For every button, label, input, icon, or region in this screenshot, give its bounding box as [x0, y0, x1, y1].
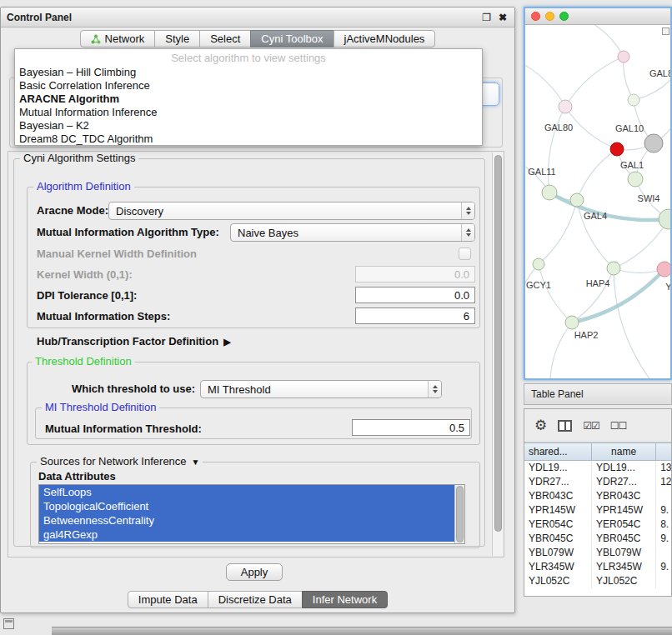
apply-button[interactable]: Apply — [226, 563, 283, 581]
dpi-tolerance-label: DPI Tolerance [0,1]: — [37, 289, 137, 302]
network-node[interactable] — [607, 262, 620, 275]
algorithm-dropdown-popup: Select algorithm to view settings Bayesi… — [14, 48, 483, 146]
tab-jactivemnodules[interactable]: jActiveMNodules — [333, 30, 436, 48]
network-node[interactable] — [533, 258, 544, 270]
aracne-mode-combobox[interactable]: Discovery — [108, 202, 475, 220]
algorithm-option-bayesian-hill-climbing[interactable]: Bayesian – Hill Climbing — [15, 66, 482, 79]
network-node[interactable] — [659, 209, 670, 229]
attribute-item-topologicalcoefficient[interactable]: TopologicalCoefficient — [39, 499, 454, 513]
algorithm-option-bayesian-k2[interactable]: Bayesian – K2 — [15, 119, 482, 132]
network-node[interactable] — [628, 94, 639, 106]
network-node[interactable] — [610, 142, 624, 156]
tab-style[interactable]: Style — [154, 30, 200, 48]
hub-section-label: Hub/Transcription Factor Definition — [37, 335, 218, 348]
tab-infer-network[interactable]: Infer Network — [302, 591, 388, 608]
algorithm-placeholder: Select algorithm to view settings — [15, 51, 482, 66]
table-row[interactable]: YLR345WYLR345W9. — [524, 560, 671, 574]
network-node[interactable] — [542, 185, 557, 200]
attribute-item-gal4rgexp[interactable]: gal4RGexp — [39, 528, 454, 542]
column-header-extra[interactable] — [656, 442, 671, 461]
network-edge — [549, 107, 565, 192]
mi-steps-input[interactable] — [355, 308, 475, 324]
table-cell — [656, 489, 671, 503]
table-cell: YDR27... — [524, 475, 592, 489]
table-row[interactable]: YER054CYER054C8. — [524, 518, 671, 532]
network-edge — [614, 219, 669, 268]
table-cell: YBR045C — [524, 532, 592, 546]
settings-scrollpane: Cyni Algorithm Settings Algorithm Defini… — [8, 151, 504, 558]
table-row[interactable]: YJL052CYJL052C — [524, 574, 671, 588]
network-node[interactable] — [628, 172, 643, 187]
close-window-icon[interactable]: ✖ — [499, 11, 507, 24]
expanded-arrow-icon: ▼ — [192, 458, 200, 467]
panel-corner-icon[interactable] — [3, 618, 14, 629]
list-scrollbar[interactable] — [454, 485, 464, 543]
algorithm-option-mutual-information-inference[interactable]: Mutual Information Inference — [15, 106, 482, 119]
hub-section-toggle[interactable]: Hub/Transcription Factor Definition▶ — [37, 335, 231, 348]
column-header-name[interactable]: name — [592, 442, 656, 461]
algorithm-option-dream8-dc-tdc-algorithm[interactable]: Dream8 DC_TDC Algorithm — [15, 132, 482, 146]
table-cell: 12 — [656, 475, 671, 489]
columns-icon[interactable] — [558, 420, 572, 432]
manual-kernel-width-checkbox[interactable] — [459, 248, 471, 260]
algorithm-option-basic-correlation-inference[interactable]: Basic Correlation Inference — [15, 79, 482, 92]
attribute-item-betweennesscentrality[interactable]: BetweennessCentrality — [39, 513, 454, 528]
column-header-shared-name[interactable]: shared... — [524, 442, 592, 461]
network-node[interactable] — [565, 316, 579, 329]
kernel-width-input[interactable] — [355, 266, 475, 282]
network-edge-thick — [572, 269, 664, 322]
table-row[interactable]: YPR145WYPR145W9. — [524, 503, 671, 518]
algorithm-option-aracne-algorithm[interactable]: ARACNE Algorithm — [15, 92, 482, 106]
mi-threshold-input[interactable] — [352, 419, 470, 436]
bottom-tabbar: Impute DataDiscretize DataInfer Network — [1, 591, 514, 609]
mi-algorithm-type-combobox[interactable]: Naive Bayes — [230, 223, 475, 242]
node-label: HAP2 — [574, 330, 599, 340]
table-panel-titlebar[interactable]: Table Panel — [524, 383, 672, 405]
network-edge — [550, 322, 572, 378]
tab-impute-data[interactable]: Impute Data — [128, 591, 208, 608]
node-label: GCY1 — [526, 280, 551, 290]
float-window-icon[interactable]: ❐ — [482, 11, 491, 24]
node-label: GAL4 — [584, 211, 607, 221]
tab-select[interactable]: Select — [199, 30, 251, 48]
network-view-window: GAL8GAL80GAL10GAL11GAL1SWI4GAL4GCY1HAP4H… — [524, 7, 672, 380]
sources-section-toggle[interactable]: Sources for Network Inference▼ — [37, 456, 203, 468]
close-traffic-light-icon[interactable] — [531, 12, 540, 21]
control-panel-titlebar[interactable]: Control Panel ❐ ✖ — [1, 8, 514, 28]
gear-icon[interactable]: ⚙ — [534, 418, 547, 432]
tab-label: Select — [210, 31, 240, 47]
dpi-tolerance-input[interactable] — [355, 287, 475, 303]
tab-cyni-toolbox[interactable]: Cyni Toolbox — [250, 30, 333, 48]
table-row[interactable]: YBR043CYBR043C — [524, 489, 671, 503]
tab-network[interactable]: Network — [80, 30, 156, 48]
select-all-columns-icon[interactable]: ☑☑ — [583, 421, 599, 431]
table-panel-title: Table Panel — [531, 388, 584, 400]
deselect-all-columns-icon[interactable]: ☐☐ — [610, 421, 627, 431]
table-row[interactable]: YBL079WYBL079W — [524, 546, 671, 560]
attribute-item-selfloops[interactable]: SelfLoops — [39, 485, 454, 499]
table-row[interactable]: YDR27...YDR27...12 — [524, 475, 671, 489]
table-cell: YDR27... — [592, 475, 656, 489]
network-node[interactable] — [644, 134, 663, 152]
table-row[interactable]: YBR045CYBR045C9. — [524, 532, 671, 546]
tab-discretize-data[interactable]: Discretize Data — [208, 591, 303, 608]
table-cell: YLR345W — [524, 560, 592, 574]
table-row[interactable]: YDL19...YDL19...13 — [524, 461, 671, 475]
table-cell: 13 — [656, 461, 671, 475]
table-cell — [656, 546, 671, 560]
zoom-traffic-light-icon[interactable] — [559, 12, 569, 21]
network-node[interactable] — [657, 262, 670, 277]
network-node[interactable] — [618, 51, 629, 62]
which-threshold-combobox[interactable]: MI Threshold — [200, 380, 442, 398]
network-node[interactable] — [570, 193, 584, 207]
list-scrollbar-thumb[interactable] — [456, 486, 464, 542]
minimize-traffic-light-icon[interactable] — [545, 12, 554, 21]
settings-scrollbar-thumb[interactable] — [494, 155, 502, 532]
network-edge — [577, 149, 617, 200]
network-canvas[interactable]: GAL8GAL80GAL10GAL11GAL1SWI4GAL4GCY1HAP4H… — [525, 25, 670, 378]
network-node[interactable] — [559, 100, 572, 113]
window-title: Control Panel — [7, 8, 72, 28]
settings-scrollbar[interactable] — [492, 152, 503, 556]
combobox-arrows-icon — [428, 381, 441, 398]
network-window-titlebar[interactable] — [525, 8, 670, 25]
